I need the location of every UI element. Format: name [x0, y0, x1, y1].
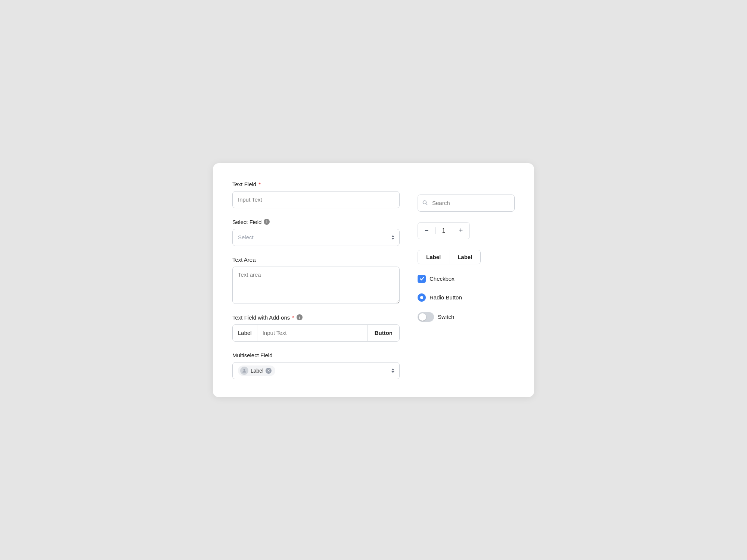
search-wrapper [418, 195, 515, 212]
multiselect-label: Multiselect Field [232, 352, 400, 358]
text-field-label: Text Field * [232, 181, 400, 187]
radio-inner [420, 296, 423, 299]
text-field-group: Text Field * [232, 181, 400, 208]
left-column: Text Field * Select Field i Select [232, 181, 400, 379]
tag-label-text: Label [251, 368, 263, 374]
form-layout: Text Field * Select Field i Select [232, 181, 515, 379]
addon-field-label: Text Field with Add-ons * i [232, 314, 400, 321]
multiselect-group: Multiselect Field Label ✕ [232, 352, 400, 379]
select-info-icon[interactable]: i [264, 219, 270, 225]
radio-label: Radio Button [430, 294, 462, 301]
textarea-label-text: Text Area [232, 256, 256, 263]
multiselect-tag: Label ✕ [238, 365, 275, 376]
textarea-input[interactable] [232, 267, 400, 304]
multiselect-label-text: Multiselect Field [232, 352, 273, 358]
switch-toggle[interactable] [418, 312, 434, 322]
multiselect-wrapper: Label ✕ [232, 362, 400, 379]
select-input[interactable]: Select [232, 229, 400, 246]
stepper: − 1 + [418, 222, 470, 239]
select-field-label: Select Field i [232, 219, 400, 225]
addon-button[interactable]: Button [368, 325, 399, 341]
switch-label: Switch [438, 314, 454, 320]
text-field-input[interactable] [232, 191, 400, 208]
stepper-value: 1 [435, 227, 452, 234]
textarea-label: Text Area [232, 256, 400, 263]
checkbox-label: Checkbox [430, 276, 455, 282]
checkbox-row: Checkbox [418, 275, 515, 283]
button-group-item-1[interactable]: Label [418, 250, 449, 264]
button-group: Label Label [418, 250, 481, 264]
stepper-increment-button[interactable]: + [452, 223, 469, 239]
checkbox[interactable] [418, 275, 426, 283]
multiselect-field[interactable]: Label ✕ [232, 362, 400, 379]
select-wrapper: Select [232, 229, 400, 246]
select-field-label-text: Select Field [232, 219, 261, 225]
addon-field-wrapper: Label Button [232, 324, 400, 342]
addon-prefix-label: Label [233, 325, 257, 341]
svg-line-1 [426, 203, 427, 205]
addon-field-label-text: Text Field with Add-ons [232, 314, 290, 321]
button-group-item-2[interactable]: Label [449, 250, 480, 264]
required-star: * [258, 181, 261, 187]
text-field-label-text: Text Field [232, 181, 256, 187]
radio-button[interactable] [418, 293, 426, 302]
select-field-group: Select Field i Select [232, 219, 400, 246]
addon-field-group: Text Field with Add-ons * i Label Button [232, 314, 400, 342]
switch-row: Switch [418, 312, 515, 322]
tag-remove-button[interactable]: ✕ [266, 368, 272, 374]
addon-text-input[interactable] [257, 325, 368, 341]
person-icon [242, 368, 247, 373]
addon-info-icon[interactable]: i [297, 314, 303, 320]
textarea-group: Text Area [232, 256, 400, 304]
addon-required-star: * [292, 314, 294, 321]
stepper-decrement-button[interactable]: − [418, 223, 435, 239]
search-input[interactable] [418, 195, 515, 212]
radio-row: Radio Button [418, 293, 515, 302]
tag-avatar [240, 367, 248, 375]
search-icon [422, 200, 428, 206]
right-column: − 1 + Label Label Checkbox [418, 181, 515, 379]
main-card: Text Field * Select Field i Select [213, 163, 534, 397]
switch-thumb [419, 313, 426, 321]
